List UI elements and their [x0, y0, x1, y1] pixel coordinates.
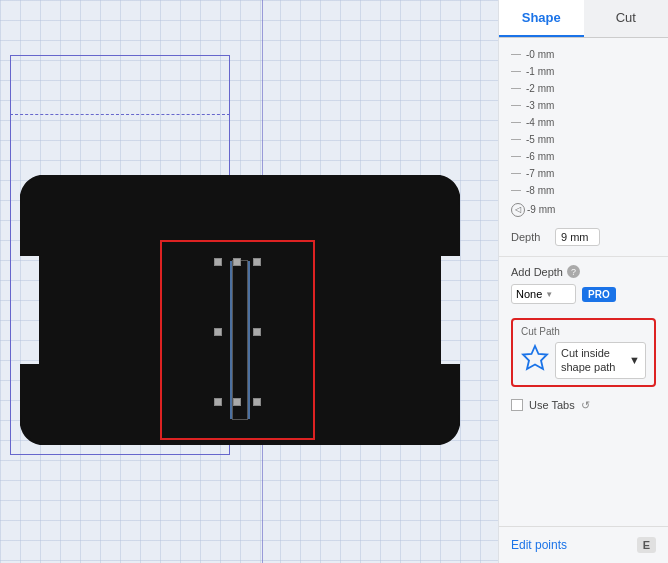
tabs: Shape Cut — [499, 0, 668, 38]
canvas[interactable] — [0, 0, 498, 563]
add-depth-select[interactable]: None ▼ — [511, 284, 576, 304]
cut-path-title: Cut Path — [521, 326, 646, 337]
add-depth-section: Add Depth ? None ▼ PRO — [499, 257, 668, 312]
handle-ml[interactable] — [214, 328, 222, 336]
ruler-tick-2: -2 mm — [511, 80, 656, 97]
ruler-tick-3: -3 mm — [511, 97, 656, 114]
svg-marker-0 — [523, 346, 547, 369]
use-tabs-checkbox[interactable] — [511, 399, 523, 411]
add-depth-label-text: Add Depth — [511, 266, 563, 278]
cut-path-select[interactable]: Cut inside shape path ▼ — [555, 342, 646, 379]
depth-circle-icon: ◁ — [511, 203, 525, 217]
handle-tr[interactable] — [253, 258, 261, 266]
inner-bar-container — [220, 260, 260, 420]
use-tabs-label: Use Tabs — [529, 399, 575, 411]
ruler-scale: -0 mm -1 mm -2 mm -3 mm -4 mm -5 mm — [511, 46, 656, 218]
cut-path-arrow-icon: ▼ — [629, 354, 640, 366]
handle-br[interactable] — [253, 398, 261, 406]
pro-badge[interactable]: PRO — [582, 287, 616, 302]
ruler-tick-0: -0 mm — [511, 46, 656, 63]
add-depth-option: None — [516, 288, 542, 300]
ruler-tick-7: -7 mm — [511, 165, 656, 182]
depth-label: Depth — [511, 231, 549, 243]
handle-bc[interactable] — [233, 398, 241, 406]
ruler-tick-8: -8 mm — [511, 182, 656, 199]
refresh-icon[interactable]: ↺ — [581, 399, 590, 412]
cut-path-section: Cut Path Cut inside shape path ▼ — [511, 318, 656, 387]
edit-points-key-badge: E — [637, 537, 656, 553]
handle-bl[interactable] — [214, 398, 222, 406]
inner-bar — [232, 260, 248, 420]
handle-tc[interactable] — [233, 258, 241, 266]
edit-points-button[interactable]: Edit points — [511, 538, 567, 552]
depth-value[interactable]: 9 mm — [555, 228, 600, 246]
star-icon — [521, 344, 549, 376]
tab-shape[interactable]: Shape — [499, 0, 584, 37]
right-panel: Shape Cut -0 mm -1 mm -2 mm -3 mm -4 mm — [498, 0, 668, 563]
help-icon[interactable]: ? — [567, 265, 580, 278]
depth-section: Depth 9 mm — [499, 222, 668, 257]
use-tabs-row: Use Tabs ↺ — [499, 393, 668, 418]
handle-mr[interactable] — [253, 328, 261, 336]
tab-cut[interactable]: Cut — [584, 0, 669, 37]
ruler-tick-1: -1 mm — [511, 63, 656, 80]
ruler-tick-5: -5 mm — [511, 131, 656, 148]
ruler-tick-4: -4 mm — [511, 114, 656, 131]
handle-tl[interactable] — [214, 258, 222, 266]
cut-path-text: Cut inside shape path — [561, 346, 629, 375]
edit-points-row: Edit points E — [499, 526, 668, 563]
depth-indicator: ◁ -9 mm — [511, 201, 656, 218]
add-depth-arrow-icon: ▼ — [545, 290, 553, 299]
ruler-tick-6: -6 mm — [511, 148, 656, 165]
depth-ruler: -0 mm -1 mm -2 mm -3 mm -4 mm -5 mm — [499, 38, 668, 222]
